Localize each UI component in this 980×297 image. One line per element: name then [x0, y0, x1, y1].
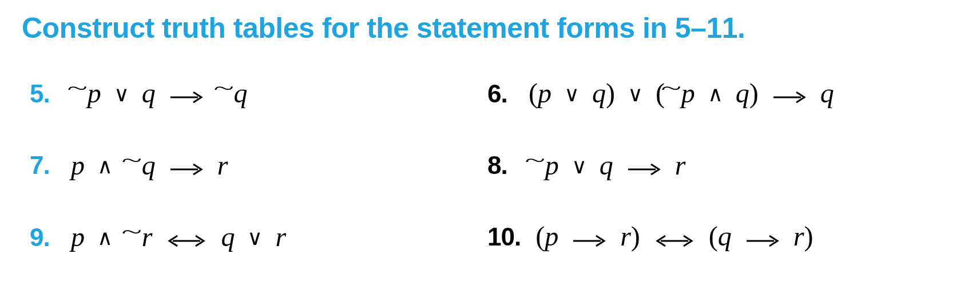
- exercise-expression-7: p ∧ ~q r: [71, 149, 228, 181]
- exercise-number-7: 7.: [30, 151, 56, 180]
- exercise-expression-10: (p r) (q r): [535, 220, 813, 252]
- exercise-6: 6. (p ∨ q) ∨ (~p ∧ q) q: [487, 77, 958, 109]
- exercise-number-10: 10.: [487, 223, 521, 251]
- exercise-7: 7. p ∧ ~q r: [30, 149, 487, 181]
- exercise-9: 9. p ∧ ~r q ∨ r: [30, 220, 487, 252]
- exercise-number-8: 8.: [487, 151, 514, 180]
- exercise-number-6: 6.: [487, 80, 514, 108]
- exercise-grid: 5. ~p ∨ q ~q 6. (p ∨ q) ∨ (~p ∧ q) q 7. …: [22, 77, 958, 252]
- exercise-expression-6: (p ∨ q) ∨ (~p ∧ q) q: [529, 77, 834, 109]
- exercise-5: 5. ~p ∨ q ~q: [30, 77, 487, 109]
- exercise-number-5: 5.: [30, 80, 56, 108]
- exercise-expression-8: ~p ∨ q r: [529, 149, 685, 181]
- exercise-10: 10. (p r) (q r): [487, 220, 958, 252]
- exercise-expression-5: ~p ∨ q ~q: [71, 77, 247, 109]
- exercise-expression-9: p ∧ ~r q ∨ r: [71, 220, 286, 252]
- instructions-heading: Construct truth tables for the statement…: [22, 11, 958, 45]
- exercise-number-9: 9.: [30, 223, 56, 252]
- exercise-8: 8. ~p ∨ q r: [487, 149, 958, 181]
